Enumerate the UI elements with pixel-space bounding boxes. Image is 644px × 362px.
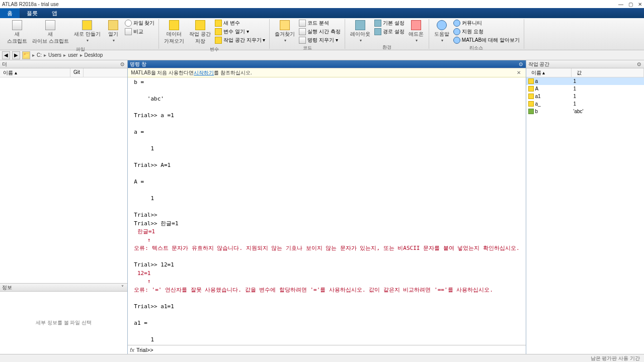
new-script-button[interactable]: 새 스크립트 [5, 19, 29, 46]
new-menu-button[interactable]: 새로 만들기 [72, 19, 103, 44]
cmd-menu-icon[interactable]: ⊙ [518, 61, 524, 67]
cmd-line [134, 87, 519, 96]
folder-columns: 이름 ▴ Git [0, 68, 127, 77]
tab-app[interactable]: 앱 [45, 8, 64, 18]
workspace-panel: 작업 공간 ⊙ 이름 ▴ 값 a1A1a11a_1b'abc' [526, 60, 644, 354]
var-value: 'abc' [572, 109, 644, 114]
maximize-icon[interactable]: ▢ [628, 2, 633, 7]
ws-col-value[interactable]: 값 [572, 68, 644, 77]
workspace-row[interactable]: b'abc' [526, 108, 644, 115]
cmd-line: 오류: 텍스트 문자가 유효하지 않습니다. 지원되지 않는 기호나 보이지 않… [134, 244, 519, 253]
cmd-line: Trial>> 12=1 [134, 261, 519, 269]
new-live-script-button[interactable]: 새 라이브 스크립트 [30, 19, 71, 46]
close-icon[interactable]: ✕ [638, 2, 642, 7]
var-name: A [535, 86, 539, 92]
titlebar: ATLAB R2018a - trial use — ▢ ✕ [0, 0, 644, 8]
ws-col-name[interactable]: 이름 ▴ [526, 68, 572, 77]
tab-home[interactable]: 홈 [0, 8, 20, 18]
workspace-list[interactable]: a1A1a11a_1b'abc' [526, 77, 644, 354]
layout-button[interactable]: 레이아웃 [348, 19, 372, 44]
group-environment: 레이아웃 기본 설정 경로 설정 애드온 환경 [345, 19, 429, 49]
cmd-line: Trial>> A=1 [134, 161, 519, 170]
addons-button[interactable]: 애드온 [407, 19, 426, 44]
fx-icon[interactable]: fx [130, 347, 134, 353]
save-workspace-button[interactable]: 작업 공간 저장 [187, 19, 213, 46]
command-prompt-row[interactable]: fx Trial>> [128, 345, 525, 354]
cmd-line: 12=1 [134, 269, 519, 278]
community-button[interactable]: 커뮤니티 [452, 19, 521, 27]
workspace-row[interactable]: a_1 [526, 100, 644, 108]
path-seg-desktop[interactable]: Desktop [85, 52, 103, 58]
var-name: a1 [535, 94, 541, 99]
cmd-line: Trial>> [134, 211, 519, 220]
panel-menu-icon[interactable]: ⊙ [119, 61, 125, 67]
info-collapse-icon[interactable]: ˅ [119, 285, 125, 291]
main-tabbar: 홈 플롯 앱 ◧ ✂ ⧉ 📋 ↶ ? 🔍 [0, 8, 644, 18]
open-var-button[interactable]: 변수 열기 ▾ [214, 28, 266, 36]
workspace-row[interactable]: a11 [526, 93, 644, 100]
new-var-button[interactable]: 새 변수 [214, 19, 266, 27]
path-drive[interactable]: C: [37, 52, 42, 58]
run-time-button[interactable]: 실행 시간 측정 [298, 28, 342, 36]
left-panel: 더 ⊙ 이름 ▴ Git 정보 ˅ 세부 정보를 볼 파일 선택 [0, 60, 128, 354]
col-name[interactable]: 이름 ▴ [0, 68, 70, 77]
var-name: a_ [535, 101, 541, 107]
clear-workspace-button[interactable]: 작업 공간 지우기 ▾ [214, 36, 266, 44]
cmd-line [134, 203, 519, 212]
cmd-line [134, 120, 519, 129]
command-window-panel: 명령 창 ⊙ MATLAB을 처음 사용한다면 시작하기 를 참조하십시오. ✕… [128, 60, 525, 354]
command-output[interactable]: b = 'abc' Trial>> a =1 a = 1 Trial>> A=1… [128, 77, 525, 345]
workspace-columns: 이름 ▴ 값 [526, 68, 644, 77]
info-body: 세부 정보를 볼 파일 선택 [0, 292, 127, 354]
info-header[interactable]: 정보 ˅ [0, 284, 127, 292]
set-path-button[interactable]: 경로 설정 [373, 28, 406, 36]
current-folder-header[interactable]: 더 ⊙ [0, 60, 127, 68]
cmd-line: b = [134, 78, 519, 87]
cmd-line [134, 311, 519, 319]
minimize-icon[interactable]: — [618, 2, 623, 7]
cmd-line: 한글=1 [134, 228, 519, 236]
cmd-line [134, 153, 519, 162]
workspace-menu-icon[interactable]: ⊙ [636, 61, 642, 67]
command-window-header[interactable]: 명령 창 ⊙ [128, 60, 525, 68]
var-name: b [535, 109, 538, 114]
tab-plot[interactable]: 플롯 [20, 8, 45, 18]
var-value: 1 [572, 94, 644, 99]
back-button[interactable]: ◀ [2, 51, 10, 59]
learn-matlab-button[interactable]: MATLAB에 대해 알아보기 [452, 36, 521, 44]
analyze-code-button[interactable]: 코드 분석 [298, 19, 342, 27]
cmd-line [134, 104, 519, 112]
cmd-line: Trial>> a1=1 [134, 303, 519, 311]
cmd-line: 1 [134, 336, 519, 344]
favorites-button[interactable]: 즐겨찾기 [273, 19, 297, 44]
compare-button[interactable]: 비교 [124, 28, 156, 36]
workspace-header[interactable]: 작업 공간 ⊙ [526, 60, 644, 68]
import-data-button[interactable]: 데이터 가져오기 [162, 19, 186, 46]
main-area: 더 ⊙ 이름 ▴ Git 정보 ˅ 세부 정보를 볼 파일 선택 명령 창 ⊙ … [0, 60, 644, 354]
col-git[interactable]: Git [70, 68, 84, 77]
help-button[interactable]: 도움말 [432, 19, 451, 44]
find-files-button[interactable]: 파일 찾기 [124, 19, 156, 27]
open-button[interactable]: 열기 [104, 19, 123, 44]
preferences-button[interactable]: 기본 설정 [373, 19, 406, 27]
up-button[interactable]: 📁 [22, 51, 30, 59]
forward-button[interactable]: ▶ [12, 51, 20, 59]
workspace-row[interactable]: A1 [526, 85, 644, 93]
banner-close-icon[interactable]: ✕ [517, 70, 523, 76]
var-value: 1 [572, 78, 644, 84]
folder-list[interactable] [0, 77, 127, 283]
getting-started-link[interactable]: 시작하기 [194, 69, 214, 76]
clear-cmd-button[interactable]: 명령 지우기 ▾ [298, 36, 342, 44]
getting-started-banner: MATLAB을 처음 사용한다면 시작하기 를 참조하십시오. ✕ [128, 68, 525, 77]
cmd-line: Trial>> a =1 [134, 112, 519, 120]
variable-icon [528, 109, 534, 114]
path-seg-users[interactable]: Users [48, 52, 61, 58]
status-right: 남은 평가판 사용 기간 [591, 355, 640, 362]
group-file: 새 스크립트 새 라이브 스크립트 새로 만들기 열기 파일 찾기 비교 파일 [2, 19, 159, 49]
request-support-button[interactable]: 지원 요청 [452, 28, 521, 36]
cmd-line: 'abc' [134, 95, 519, 104]
workspace-row[interactable]: a1 [526, 77, 644, 85]
var-name: a [535, 78, 538, 84]
cmd-line [134, 187, 519, 195]
cmd-line: 오류: '=' 연산자를 잘못 사용했습니다. 값을 변수에 할당하려면 '='… [134, 286, 519, 295]
